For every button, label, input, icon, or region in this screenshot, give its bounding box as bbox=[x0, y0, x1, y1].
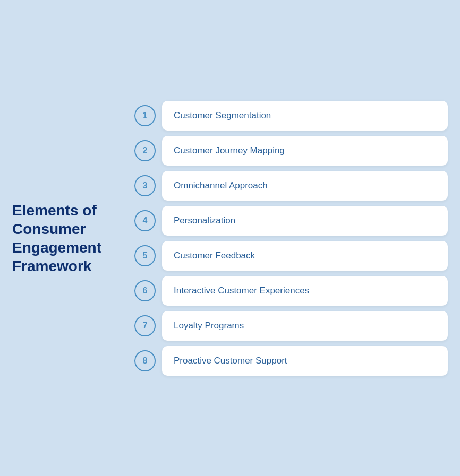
framework-title: Elements of Consumer Engagement Framewor… bbox=[12, 201, 118, 275]
items-list: 1Customer Segmentation2Customer Journey … bbox=[134, 101, 448, 376]
list-item: 8Proactive Customer Support bbox=[134, 346, 448, 376]
item-label-7: Proactive Customer Support bbox=[174, 356, 287, 366]
item-number-2: 2 bbox=[134, 140, 156, 161]
list-item: 4Personalization bbox=[134, 206, 448, 236]
item-number-7: 7 bbox=[134, 315, 156, 336]
item-number-3: 3 bbox=[134, 175, 156, 196]
list-item: 7Loyalty Programs bbox=[134, 311, 448, 341]
item-box-5: Interactive Customer Experiences bbox=[162, 276, 448, 306]
left-title: Elements of Consumer Engagement Framewor… bbox=[12, 201, 118, 275]
item-label-6: Loyalty Programs bbox=[174, 321, 244, 331]
item-box-7: Proactive Customer Support bbox=[162, 346, 448, 376]
item-box-1: Customer Journey Mapping bbox=[162, 136, 448, 166]
item-box-2: Omnichannel Approach bbox=[162, 171, 448, 201]
item-label-2: Omnichannel Approach bbox=[174, 180, 268, 191]
item-box-0: Customer Segmentation bbox=[162, 101, 448, 131]
item-label-5: Interactive Customer Experiences bbox=[174, 285, 309, 296]
item-number-1: 1 bbox=[134, 105, 156, 126]
item-number-6: 6 bbox=[134, 280, 156, 301]
item-box-6: Loyalty Programs bbox=[162, 311, 448, 341]
item-label-1: Customer Journey Mapping bbox=[174, 145, 285, 155]
list-item: 2Customer Journey Mapping bbox=[134, 136, 448, 166]
main-container: Elements of Consumer Engagement Framewor… bbox=[12, 101, 448, 376]
list-item: 6Interactive Customer Experiences bbox=[134, 276, 448, 306]
item-number-4: 4 bbox=[134, 210, 156, 231]
item-box-3: Personalization bbox=[162, 206, 448, 236]
item-label-0: Customer Segmentation bbox=[174, 110, 271, 120]
list-item: 3Omnichannel Approach bbox=[134, 171, 448, 201]
list-item: 1Customer Segmentation bbox=[134, 101, 448, 131]
item-label-3: Personalization bbox=[174, 215, 235, 226]
list-item: 5Customer Feedback bbox=[134, 241, 448, 271]
item-number-5: 5 bbox=[134, 245, 156, 266]
item-label-4: Customer Feedback bbox=[174, 250, 255, 261]
item-number-8: 8 bbox=[134, 350, 156, 371]
item-box-4: Customer Feedback bbox=[162, 241, 448, 271]
